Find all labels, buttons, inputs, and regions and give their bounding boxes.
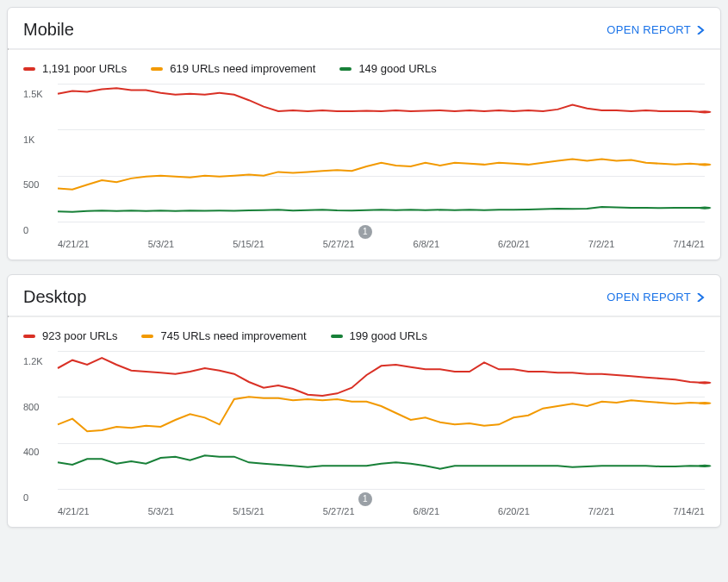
mobile-card-header: Mobile OPEN REPORT [8,8,720,48]
chevron-right-icon [696,293,705,302]
desktop-card: Desktop OPEN REPORT 923 poor URLs 745 UR… [7,274,721,528]
legend-swatch-poor [23,335,35,338]
legend-poor-label: 1,191 poor URLs [42,62,127,75]
desktop-card-header: Desktop OPEN REPORT [8,275,720,316]
svg-point-5 [698,465,711,467]
mobile-title: Mobile [23,20,74,40]
open-report-label: OPEN REPORT [607,23,691,36]
x-tick: 5/27/21 [323,239,355,249]
legend-good: 149 good URLs [339,62,436,75]
legend-swatch-needs [151,67,163,71]
mobile-plot-area: 1 [58,84,705,222]
annotation-marker[interactable]: 1 [358,225,372,239]
mobile-chart: 1.5K 1K 500 0 1 4/21/21 5/3/21 5/15/21 5… [8,80,720,260]
open-report-desktop-link[interactable]: OPEN REPORT [607,291,705,304]
svg-point-3 [698,381,711,384]
legend-swatch-needs [141,335,153,338]
y-tick: 0 [23,225,58,235]
desktop-plot-area: 1 [58,351,705,489]
legend-good-label: 149 good URLs [358,62,436,75]
svg-point-4 [698,402,711,404]
y-tick: 800 [23,402,58,412]
annotation-marker[interactable]: 1 [358,492,372,506]
y-tick: 400 [23,447,58,457]
legend-needs-label: 745 URLs need improvement [160,329,306,342]
open-report-mobile-link[interactable]: OPEN REPORT [607,23,705,36]
legend-swatch-good [339,67,352,71]
y-tick: 0 [23,492,58,503]
y-tick: 1.2K [23,356,58,366]
x-tick: 4/21/21 [58,506,90,516]
y-tick: 1K [23,135,58,145]
legend-poor: 1,191 poor URLs [23,62,127,75]
x-tick: 6/20/21 [498,506,530,516]
desktop-x-axis: 4/21/21 5/3/21 5/15/21 5/27/21 6/8/21 6/… [58,489,705,516]
open-report-label: OPEN REPORT [607,291,691,304]
legend-needs: 745 URLs need improvement [141,329,306,342]
desktop-title: Desktop [23,287,86,307]
x-tick: 5/15/21 [233,239,264,249]
svg-point-0 [698,110,711,113]
y-tick: 1.5K [23,89,58,99]
desktop-legend: 923 poor URLs 745 URLs need improvement … [8,317,720,347]
svg-point-1 [698,163,711,166]
x-tick: 7/14/21 [673,239,705,249]
legend-good: 199 good URLs [331,329,427,342]
x-tick: 5/27/21 [323,506,355,516]
mobile-y-axis: 1.5K 1K 500 0 [23,84,58,230]
x-tick: 7/14/21 [673,506,705,516]
desktop-chart: 1.2K 800 400 0 1 4/21/21 5/3/21 5/15/21 … [8,347,720,527]
x-tick: 4/21/21 [58,239,90,249]
legend-swatch-poor [23,67,35,71]
y-tick: 500 [23,179,58,190]
legend-needs: 619 URLs need improvement [151,62,315,75]
legend-needs-label: 619 URLs need improvement [170,62,315,75]
x-tick: 6/8/21 [414,239,440,249]
x-tick: 5/15/21 [233,506,264,516]
x-tick: 5/3/21 [148,506,175,516]
x-tick: 7/2/21 [588,239,615,249]
x-tick: 5/3/21 [148,239,175,249]
mobile-x-axis: 4/21/21 5/3/21 5/15/21 5/27/21 6/8/21 6/… [58,222,705,249]
legend-swatch-good [331,335,343,338]
legend-good-label: 199 good URLs [350,329,427,342]
desktop-y-axis: 1.2K 800 400 0 [23,351,58,498]
mobile-card: Mobile OPEN REPORT 1,191 poor URLs 619 U… [7,7,721,260]
x-tick: 7/2/21 [588,506,615,516]
x-tick: 6/8/21 [414,506,440,516]
legend-poor: 923 poor URLs [23,329,117,342]
mobile-legend: 1,191 poor URLs 619 URLs need improvemen… [8,50,720,80]
legend-poor-label: 923 poor URLs [42,329,117,342]
svg-point-2 [698,207,711,210]
x-tick: 6/20/21 [498,239,530,249]
chevron-right-icon [696,26,705,34]
